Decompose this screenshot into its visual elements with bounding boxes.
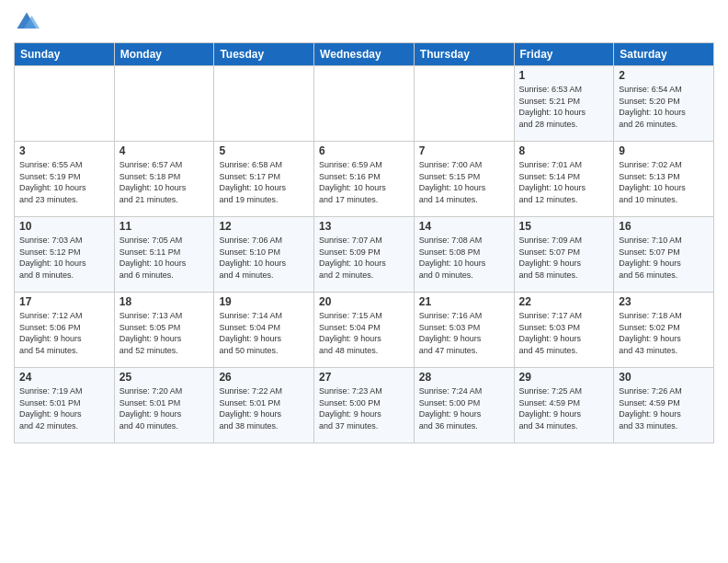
day-info: Sunrise: 7:09 AM Sunset: 5:07 PM Dayligh…: [519, 235, 609, 281]
day-number: 29: [519, 371, 609, 384]
day-number: 6: [319, 144, 409, 157]
calendar-cell: [314, 66, 415, 142]
day-info: Sunrise: 7:17 AM Sunset: 5:03 PM Dayligh…: [519, 310, 609, 356]
day-info: Sunrise: 6:59 AM Sunset: 5:16 PM Dayligh…: [319, 159, 409, 205]
calendar-cell: 17Sunrise: 7:12 AM Sunset: 5:06 PM Dayli…: [15, 293, 115, 368]
calendar-cell: 11Sunrise: 7:05 AM Sunset: 5:11 PM Dayli…: [114, 217, 214, 293]
day-number: 14: [419, 220, 509, 233]
day-info: Sunrise: 7:06 AM Sunset: 5:10 PM Dayligh…: [219, 235, 309, 281]
day-number: 9: [619, 144, 709, 157]
calendar-cell: 24Sunrise: 7:19 AM Sunset: 5:01 PM Dayli…: [15, 368, 115, 443]
calendar-cell: [15, 66, 115, 142]
day-info: Sunrise: 6:57 AM Sunset: 5:18 PM Dayligh…: [119, 159, 210, 205]
day-info: Sunrise: 7:08 AM Sunset: 5:08 PM Dayligh…: [419, 235, 509, 281]
day-number: 8: [519, 144, 609, 157]
calendar-cell: 26Sunrise: 7:22 AM Sunset: 5:01 PM Dayli…: [214, 368, 314, 443]
day-header-tuesday: Tuesday: [214, 43, 314, 66]
calendar-cell: 2Sunrise: 6:54 AM Sunset: 5:20 PM Daylig…: [614, 66, 714, 142]
calendar-cell: 12Sunrise: 7:06 AM Sunset: 5:10 PM Dayli…: [214, 217, 314, 293]
calendar-cell: 28Sunrise: 7:24 AM Sunset: 5:00 PM Dayli…: [414, 368, 514, 443]
day-info: Sunrise: 7:12 AM Sunset: 5:06 PM Dayligh…: [19, 310, 109, 356]
day-number: 4: [119, 144, 210, 157]
day-info: Sunrise: 7:22 AM Sunset: 5:01 PM Dayligh…: [219, 385, 309, 431]
day-number: 24: [19, 371, 109, 384]
logo-icon: [14, 9, 40, 35]
day-info: Sunrise: 6:53 AM Sunset: 5:21 PM Dayligh…: [519, 84, 609, 130]
day-info: Sunrise: 7:20 AM Sunset: 5:01 PM Dayligh…: [119, 385, 210, 431]
header: [14, 9, 714, 35]
calendar-week-row: 10Sunrise: 7:03 AM Sunset: 5:12 PM Dayli…: [15, 217, 714, 293]
calendar-cell: [414, 66, 514, 142]
day-info: Sunrise: 7:26 AM Sunset: 4:59 PM Dayligh…: [619, 385, 709, 431]
day-info: Sunrise: 7:19 AM Sunset: 5:01 PM Dayligh…: [19, 385, 109, 431]
calendar-cell: 10Sunrise: 7:03 AM Sunset: 5:12 PM Dayli…: [15, 217, 115, 293]
calendar-week-row: 3Sunrise: 6:55 AM Sunset: 5:19 PM Daylig…: [15, 142, 714, 217]
day-info: Sunrise: 7:03 AM Sunset: 5:12 PM Dayligh…: [19, 235, 109, 281]
day-number: 12: [219, 220, 309, 233]
calendar-header-row: SundayMondayTuesdayWednesdayThursdayFrid…: [15, 43, 714, 66]
logo: [14, 9, 43, 35]
day-number: 23: [619, 295, 709, 308]
day-header-sunday: Sunday: [15, 43, 115, 66]
day-number: 7: [419, 144, 509, 157]
calendar-cell: 5Sunrise: 6:58 AM Sunset: 5:17 PM Daylig…: [214, 142, 314, 217]
calendar-week-row: 1Sunrise: 6:53 AM Sunset: 5:21 PM Daylig…: [15, 66, 714, 142]
day-number: 17: [19, 295, 109, 308]
day-info: Sunrise: 7:13 AM Sunset: 5:05 PM Dayligh…: [119, 310, 210, 356]
calendar-cell: 7Sunrise: 7:00 AM Sunset: 5:15 PM Daylig…: [414, 142, 514, 217]
day-number: 22: [519, 295, 609, 308]
day-info: Sunrise: 7:23 AM Sunset: 5:00 PM Dayligh…: [319, 385, 409, 431]
main-container: SundayMondayTuesdayWednesdayThursdayFrid…: [0, 0, 728, 453]
day-header-thursday: Thursday: [414, 43, 514, 66]
day-number: 11: [119, 220, 210, 233]
day-header-wednesday: Wednesday: [314, 43, 415, 66]
day-number: 1: [519, 69, 609, 82]
day-number: 13: [319, 220, 409, 233]
calendar-week-row: 24Sunrise: 7:19 AM Sunset: 5:01 PM Dayli…: [15, 368, 714, 443]
calendar-cell: 18Sunrise: 7:13 AM Sunset: 5:05 PM Dayli…: [114, 293, 214, 368]
day-number: 28: [419, 371, 509, 384]
calendar-cell: 14Sunrise: 7:08 AM Sunset: 5:08 PM Dayli…: [414, 217, 514, 293]
day-info: Sunrise: 7:16 AM Sunset: 5:03 PM Dayligh…: [419, 310, 509, 356]
day-info: Sunrise: 7:14 AM Sunset: 5:04 PM Dayligh…: [219, 310, 309, 356]
calendar-table: SundayMondayTuesdayWednesdayThursdayFrid…: [14, 42, 714, 443]
day-info: Sunrise: 7:05 AM Sunset: 5:11 PM Dayligh…: [119, 235, 210, 281]
day-info: Sunrise: 7:15 AM Sunset: 5:04 PM Dayligh…: [319, 310, 409, 356]
day-number: 27: [319, 371, 409, 384]
calendar-cell: 9Sunrise: 7:02 AM Sunset: 5:13 PM Daylig…: [614, 142, 714, 217]
day-number: 20: [319, 295, 409, 308]
calendar-cell: 21Sunrise: 7:16 AM Sunset: 5:03 PM Dayli…: [414, 293, 514, 368]
calendar-cell: 15Sunrise: 7:09 AM Sunset: 5:07 PM Dayli…: [514, 217, 614, 293]
day-info: Sunrise: 7:10 AM Sunset: 5:07 PM Dayligh…: [619, 235, 709, 281]
day-info: Sunrise: 7:25 AM Sunset: 4:59 PM Dayligh…: [519, 385, 609, 431]
calendar-week-row: 17Sunrise: 7:12 AM Sunset: 5:06 PM Dayli…: [15, 293, 714, 368]
calendar-cell: 19Sunrise: 7:14 AM Sunset: 5:04 PM Dayli…: [214, 293, 314, 368]
day-info: Sunrise: 7:18 AM Sunset: 5:02 PM Dayligh…: [619, 310, 709, 356]
day-info: Sunrise: 7:01 AM Sunset: 5:14 PM Dayligh…: [519, 159, 609, 205]
day-number: 2: [619, 69, 709, 82]
calendar-cell: [114, 66, 214, 142]
day-number: 26: [219, 371, 309, 384]
calendar-cell: 20Sunrise: 7:15 AM Sunset: 5:04 PM Dayli…: [314, 293, 415, 368]
day-number: 18: [119, 295, 210, 308]
calendar-cell: 1Sunrise: 6:53 AM Sunset: 5:21 PM Daylig…: [514, 66, 614, 142]
day-number: 10: [19, 220, 109, 233]
day-info: Sunrise: 7:00 AM Sunset: 5:15 PM Dayligh…: [419, 159, 509, 205]
calendar-cell: 30Sunrise: 7:26 AM Sunset: 4:59 PM Dayli…: [614, 368, 714, 443]
calendar-cell: 27Sunrise: 7:23 AM Sunset: 5:00 PM Dayli…: [314, 368, 415, 443]
day-header-friday: Friday: [514, 43, 614, 66]
day-header-saturday: Saturday: [614, 43, 714, 66]
day-header-monday: Monday: [114, 43, 214, 66]
day-number: 30: [619, 371, 709, 384]
calendar-cell: [214, 66, 314, 142]
day-number: 19: [219, 295, 309, 308]
calendar-cell: 29Sunrise: 7:25 AM Sunset: 4:59 PM Dayli…: [514, 368, 614, 443]
calendar-cell: 8Sunrise: 7:01 AM Sunset: 5:14 PM Daylig…: [514, 142, 614, 217]
day-info: Sunrise: 6:55 AM Sunset: 5:19 PM Dayligh…: [19, 159, 109, 205]
day-number: 21: [419, 295, 509, 308]
day-number: 16: [619, 220, 709, 233]
day-info: Sunrise: 7:24 AM Sunset: 5:00 PM Dayligh…: [419, 385, 509, 431]
day-number: 15: [519, 220, 609, 233]
calendar-cell: 23Sunrise: 7:18 AM Sunset: 5:02 PM Dayli…: [614, 293, 714, 368]
calendar-cell: 13Sunrise: 7:07 AM Sunset: 5:09 PM Dayli…: [314, 217, 415, 293]
